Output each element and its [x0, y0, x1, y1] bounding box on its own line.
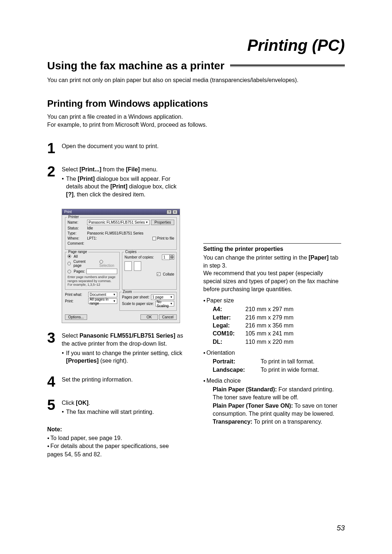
t: Transparency: [213, 419, 252, 425]
step-num-4: 4 [47, 375, 57, 388]
step-1: 1 Open the document you want to print. [47, 142, 185, 155]
note-bullet-2: For details about the paper specificatio… [47, 442, 185, 459]
selection-radio[interactable] [99, 260, 103, 264]
spin-up[interactable]: ▲ [170, 254, 174, 257]
t: The fax machine will start printing. [66, 408, 154, 416]
step-body-4: Set the printing information. [62, 375, 133, 388]
zoom-fieldset: Zoom Pages per sheet:1 page▼ Scale to pa… [119, 292, 177, 311]
step-body-5: Click [OK]. The fax machine will start p… [62, 398, 154, 416]
page-number: 53 [337, 524, 345, 532]
properties-button[interactable]: Properties [151, 220, 174, 225]
pages-radio[interactable] [68, 270, 71, 273]
t: COM10: [213, 330, 245, 338]
t: Plain Paper (Standard): [213, 386, 277, 392]
t: To print in tall format. [261, 358, 315, 366]
print-label: Print: [65, 299, 87, 303]
step-body-3: Select Panasonic FLM551/FLB751 Series] a… [62, 331, 185, 364]
printer-fieldset: Printer Name: Panasonic FLM551/FLB751 Se… [65, 217, 177, 250]
collate-preview [124, 261, 174, 271]
where-value: LPT1: [87, 236, 97, 240]
t: . [89, 400, 90, 406]
t: Letter: [213, 314, 245, 322]
print-range-select[interactable]: All pages in range▼ [88, 298, 117, 304]
page-range-fieldset: Page range All Current page Selection Pa… [65, 252, 120, 290]
intro-text: You can print not only on plain paper bu… [47, 77, 345, 83]
num-copies-label: Number of copies: [124, 255, 154, 259]
step-num-2: 2 [47, 165, 57, 198]
where-label: Where: [68, 236, 86, 240]
print-what-label: Print what: [65, 293, 87, 297]
close-icon[interactable]: × [172, 210, 177, 214]
dialog-title: Print [64, 210, 72, 214]
scale-select[interactable]: No Scaling▼ [155, 301, 174, 306]
spin-down[interactable]: ▼ [170, 257, 174, 260]
printer-name-select[interactable]: Panasonic FLM551/FLB751 Series▼ [87, 220, 150, 225]
t: Landscape: [213, 366, 256, 374]
paper-size-table: A4:210 mm x 297 mm Letter:216 mm x 279 m… [213, 305, 341, 346]
status-label: Status: [68, 226, 86, 230]
options-button[interactable]: Options... [65, 314, 87, 320]
sub-desc-line2: For example, to print from Microsoft Wor… [47, 122, 207, 128]
pages-per-sheet-select[interactable]: 1 page▼ [151, 294, 174, 300]
zoom-legend: Zoom [122, 290, 133, 294]
help-icon[interactable]: ? [167, 210, 172, 214]
print-to-file-checkbox[interactable] [152, 237, 156, 240]
t: [File] [126, 166, 140, 172]
t: To print on a transparency. [252, 419, 322, 425]
t: 216 mm x 356 mm [245, 322, 293, 330]
t: 110 mm x 220 mm [245, 338, 293, 346]
t: 210 mm x 297 mm [245, 305, 293, 313]
printer-legend: Printer [67, 215, 80, 219]
t: [Paper] [309, 254, 328, 261]
current-page-radio[interactable] [68, 262, 71, 265]
t: Portrait: [213, 358, 256, 366]
cancel-button[interactable]: Cancel [159, 314, 177, 320]
step-num-5: 5 [47, 398, 57, 416]
name-label: Name: [68, 220, 86, 224]
print-what-select[interactable]: Document▼ [88, 292, 117, 297]
orientation-table: Portrait:To print in tall format. Landsc… [213, 358, 341, 374]
comment-label: Comment: [68, 241, 86, 245]
right-p1: You can change the printer setting in th… [203, 254, 341, 293]
t: [Print...] [79, 166, 101, 172]
collate-checkbox[interactable] [157, 272, 160, 276]
t: [OK] [76, 400, 89, 406]
t: Document [90, 293, 106, 297]
pages-per-sheet-label: Pages per sheet: [122, 295, 150, 299]
copies-fieldset: Copies Number of copies: 1 ▲▼ Collate [122, 252, 177, 290]
step-5: 5 Click [OK]. The fax machine will start… [47, 398, 185, 416]
t: from the [101, 166, 126, 172]
paper-size-label: Paper size [203, 297, 341, 304]
step-num-3: 3 [47, 331, 57, 364]
note-head: Note: [47, 426, 185, 433]
current-page-label: Current page [73, 260, 93, 268]
pages-input[interactable] [86, 269, 117, 274]
t: menu. [140, 166, 158, 172]
t: Plain Paper (Toner Save ON): [213, 403, 293, 409]
copies-legend: Copies [124, 250, 138, 254]
t: Panasonic FLM551/FLB751 Series] [79, 333, 175, 339]
t: You can change the printer setting in th… [203, 254, 309, 261]
step-2: 2 Select [Print...] from the [File] menu… [47, 165, 185, 198]
sub-title: Printing from Windows applications [47, 98, 345, 109]
all-label: All [74, 254, 78, 258]
t: 216 mm x 279 mm [245, 314, 293, 322]
pages-label: Pages: [74, 269, 85, 273]
media-block: Plain Paper (Standard): For standard pri… [213, 386, 341, 426]
t: Panasonic FLM551/FLB751 Series [89, 220, 145, 224]
section-header: Printing (PC) [47, 36, 345, 54]
ok-button[interactable]: OK [140, 314, 158, 320]
t: (see right). [99, 358, 128, 364]
t: Select [62, 166, 79, 172]
collate-label: Collate [163, 272, 174, 276]
num-copies-input[interactable]: 1 [162, 254, 170, 260]
print-to-file-label: Print to file [157, 236, 174, 240]
sub-desc: You can print a file created in a Window… [47, 113, 345, 129]
t: 1 page [152, 295, 164, 299]
orientation-label: Orientation [203, 350, 341, 356]
t: , then click the desired item. [73, 191, 145, 197]
all-radio[interactable] [68, 254, 71, 258]
step-body-2: Select [Print...] from the [File] menu. … [62, 165, 185, 198]
dialog-titlebar: Print ? × [62, 209, 180, 215]
print-dialog: Print ? × Printer Name: Panasonic FLM551… [62, 209, 180, 323]
